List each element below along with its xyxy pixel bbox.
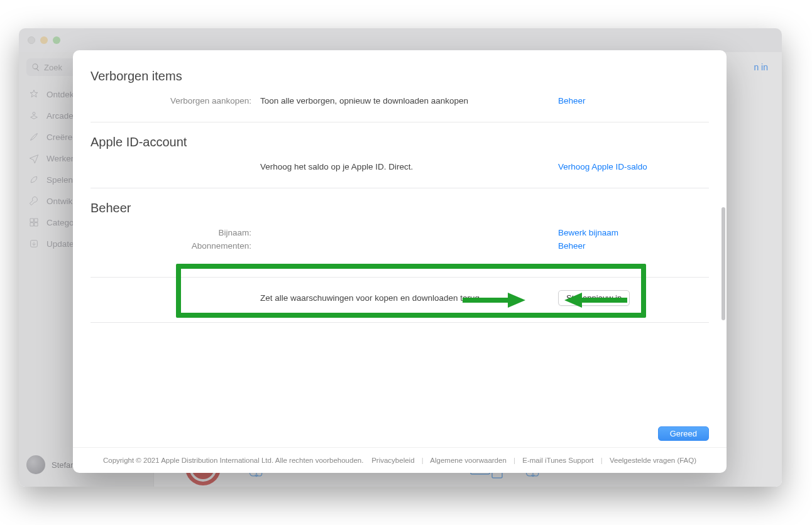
done-button[interactable]: Gereed [658, 426, 709, 441]
hidden-purchases-desc: Toon alle verborgen, opnieuw te download… [260, 96, 558, 106]
scrollbar[interactable] [721, 94, 725, 398]
manage-title: Beheer [91, 201, 709, 215]
hidden-purchases-manage-link[interactable]: Beheer [558, 96, 586, 106]
subscriptions-label: Abonnementen: [91, 241, 260, 251]
manage-subscriptions-link[interactable]: Beheer [558, 241, 586, 251]
nickname-label: Bijnaam: [91, 228, 260, 237]
increase-balance-link[interactable]: Verhoog Apple ID-saldo [558, 162, 647, 171]
divider [91, 322, 709, 323]
support-link[interactable]: E-mail iTunes Support [522, 457, 593, 464]
edit-nickname-link[interactable]: Bewerk bijnaam [558, 228, 618, 237]
appleid-desc: Verhoog het saldo op je Apple ID. Direct… [260, 162, 558, 171]
scrollbar-thumb[interactable] [721, 207, 725, 320]
appleid-title: Apple ID-account [91, 135, 709, 149]
divider [91, 122, 709, 122]
divider [91, 188, 709, 188]
legal-footer: Copyright © 2021 Apple Distribution Inte… [73, 447, 727, 473]
faq-link[interactable]: Veelgestelde vragen (FAQ) [610, 457, 696, 464]
reset-warnings-desc: Zet alle waarschuwingen voor kopen en do… [260, 293, 558, 303]
terms-link[interactable]: Algemene voorwaarden [430, 457, 506, 464]
reset-warnings-button[interactable]: Stel opnieuw in [558, 290, 630, 306]
appstore-window: Zoek Ontdek Arcade Creëre Werken [19, 28, 782, 487]
divider [91, 277, 709, 278]
hidden-items-title: Verborgen items [91, 69, 709, 84]
account-modal: Verborgen items Verborgen aankopen: Toon… [73, 50, 727, 473]
privacy-link[interactable]: Privacybeleid [371, 457, 414, 464]
hidden-purchases-label: Verborgen aankopen: [91, 96, 260, 106]
copyright-text: Copyright © 2021 Apple Distribution Inte… [103, 457, 363, 464]
